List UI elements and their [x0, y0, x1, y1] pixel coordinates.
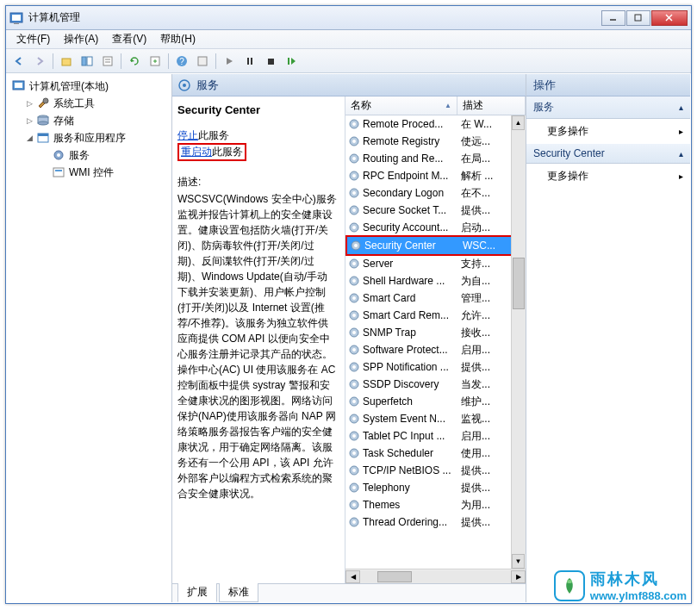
svg-rect-4 [635, 15, 641, 21]
minimize-button[interactable] [601, 10, 625, 26]
service-row[interactable]: Themes为用... [345, 496, 526, 513]
tool-button-1[interactable] [193, 52, 212, 71]
service-row[interactable]: Smart Card Rem...允许... [345, 307, 526, 324]
gear-icon [348, 499, 360, 511]
chevron-right-icon: ▸ [679, 127, 683, 136]
service-row[interactable]: Software Protect...启用... [345, 341, 526, 358]
service-row[interactable]: Task Scheduler使用... [345, 445, 526, 462]
service-row[interactable]: Remote Proced...在 W... [345, 115, 526, 133]
more-actions-selected[interactable]: 更多操作▸ [526, 164, 690, 189]
service-row[interactable]: TCP/IP NetBIOS ...提供... [345, 462, 526, 479]
service-row[interactable]: Secure Socket T...提供... [345, 202, 526, 219]
actions-section-services[interactable]: 服务▴ [526, 96, 690, 119]
gear-icon [348, 413, 360, 425]
tree-svcapps[interactable]: ◢ 服务和应用程序 [9, 129, 170, 146]
expand-icon[interactable]: ▷ [24, 98, 34, 109]
watermark-url: www.ylmf888.com [590, 589, 687, 602]
gear-icon [348, 327, 360, 339]
gear-icon [348, 430, 360, 442]
tab-standard[interactable]: 标准 [219, 583, 258, 602]
menu-action[interactable]: 操作(A) [57, 30, 105, 48]
tree-root[interactable]: 计算机管理(本地) [9, 78, 170, 95]
stop-link[interactable]: 停止 [177, 129, 198, 141]
gear-icon [348, 361, 360, 373]
service-row[interactable]: Security Account...启动... [345, 219, 526, 236]
service-row[interactable]: Routing and Re...在局... [345, 150, 526, 167]
service-row[interactable]: Thread Ordering...提供... [345, 513, 526, 531]
chevron-right-icon: ▸ [679, 171, 683, 181]
help-button[interactable]: ? [172, 52, 191, 71]
expand-icon[interactable]: ▷ [24, 115, 34, 126]
list-header[interactable]: 名称▲ 描述 [345, 96, 526, 115]
service-row[interactable]: Superfetch维护... [345, 393, 526, 410]
restart-link[interactable]: 重启动 [181, 146, 212, 158]
service-list[interactable]: 名称▲ 描述 Remote Proced...在 W...Remote Regi… [345, 96, 526, 583]
service-name-cell: Themes [363, 499, 400, 511]
service-name: Security Center [177, 103, 338, 116]
actions-section-selected[interactable]: Security Center▴ [526, 144, 690, 164]
gear-icon [348, 187, 360, 199]
restart-service-button[interactable] [282, 52, 301, 71]
tree-pane[interactable]: 计算机管理(本地) ▷ 系统工具 ▷ 存储 ◢ 服务和应用程序 服务 [7, 74, 172, 602]
service-row[interactable]: RPC Endpoint M...解析 ... [345, 167, 526, 184]
pause-service-button[interactable] [240, 52, 259, 71]
service-name-cell: Security Account... [363, 221, 448, 233]
service-row[interactable]: Smart Card管理... [345, 289, 526, 307]
svg-point-48 [352, 226, 356, 229]
tree-storage[interactable]: ▷ 存储 [9, 112, 170, 129]
show-hide-tree-button[interactable] [78, 52, 96, 71]
titlebar[interactable]: 计算机管理 [6, 6, 691, 30]
service-row[interactable]: Security CenterWSC... [347, 237, 524, 254]
gear-icon [177, 78, 191, 92]
collapse-icon[interactable]: ◢ [24, 133, 34, 143]
service-row[interactable]: Secondary Logon在不... [345, 184, 526, 202]
properties-button[interactable] [98, 52, 117, 71]
col-name[interactable]: 名称▲ [345, 96, 457, 115]
tab-extended[interactable]: 扩展 [177, 583, 217, 602]
gear-icon [52, 148, 65, 162]
tree-wmi[interactable]: WMI 控件 [9, 164, 170, 181]
maximize-button[interactable] [626, 10, 650, 26]
menu-view[interactable]: 查看(V) [105, 30, 153, 48]
service-row[interactable]: Remote Registry使远... [345, 133, 526, 150]
svg-point-62 [352, 348, 356, 352]
gear-icon [348, 221, 360, 233]
service-name-cell: Smart Card [363, 292, 415, 304]
menu-file[interactable]: 文件(F) [9, 30, 57, 48]
svg-point-34 [183, 84, 186, 87]
tree-services[interactable]: 服务 [9, 146, 170, 164]
gear-icon [348, 258, 360, 270]
stop-service-button[interactable] [261, 52, 280, 71]
forward-button[interactable] [30, 52, 49, 71]
gear-icon [348, 378, 360, 390]
desc-label: 描述: [177, 175, 338, 190]
svg-point-68 [352, 400, 356, 403]
svg-rect-19 [268, 59, 274, 65]
center-pane: 服务 Security Center 停止此服务 重启动此服务 描述: WSCS… [172, 74, 526, 602]
menu-help[interactable]: 帮助(H) [153, 30, 202, 48]
service-row[interactable]: Tablet PC Input ...启用... [345, 427, 526, 445]
svg-point-56 [352, 296, 356, 300]
more-actions-services[interactable]: 更多操作▸ [526, 119, 690, 144]
start-service-button[interactable] [220, 52, 239, 71]
horizontal-scrollbar[interactable]: ◀ ▶ [345, 569, 526, 583]
back-button[interactable] [9, 52, 28, 71]
service-name-cell: Superfetch [363, 395, 413, 408]
svg-point-82 [352, 520, 356, 524]
service-row[interactable]: Server支持... [345, 255, 526, 272]
service-name-cell: Task Scheduler [363, 447, 433, 459]
service-row[interactable]: System Event N...监视... [345, 410, 526, 427]
up-button[interactable] [57, 52, 76, 71]
service-row[interactable]: SSDP Discovery当发... [345, 376, 526, 393]
close-button[interactable] [651, 10, 688, 26]
export-button[interactable] [146, 52, 165, 71]
gear-icon [348, 135, 360, 147]
refresh-button[interactable] [125, 52, 144, 71]
tree-systools[interactable]: ▷ 系统工具 [9, 95, 170, 112]
service-row[interactable]: SNMP Trap接收... [345, 324, 526, 341]
service-row[interactable]: Shell Hardware ...为自... [345, 272, 526, 289]
vertical-scrollbar[interactable]: ▲ ▼ [511, 115, 526, 569]
service-row[interactable]: SPP Notification ...提供... [345, 358, 526, 376]
service-row[interactable]: Telephony提供... [345, 479, 526, 496]
col-desc[interactable]: 描述 [457, 96, 526, 115]
